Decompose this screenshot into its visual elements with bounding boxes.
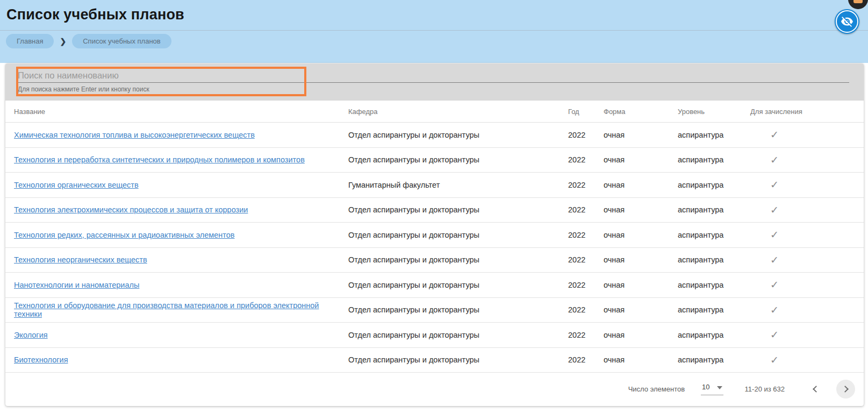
page-title: Список учебных планов [6,6,184,23]
year-cell: 2022 [568,355,604,364]
column-header-name: Название [14,108,348,116]
check-icon: ✓ [750,154,799,166]
form-cell: очная [604,205,678,214]
chat-avatar-button[interactable] [848,0,868,9]
check-icon: ✓ [750,354,799,366]
dropdown-caret-icon [717,386,722,389]
plan-link[interactable]: Экология [14,331,48,339]
header-divider [0,30,868,31]
plan-link[interactable]: Химическая технология топлива и высокоэн… [14,131,255,139]
breadcrumb: Главная ❯ Список учебных планов [6,34,171,48]
page-size-select[interactable]: 10 [701,383,723,395]
level-cell: аспирантура [678,131,750,139]
table-row: Химическая технология топлива и высокоэн… [5,123,864,148]
form-cell: очная [604,131,678,139]
level-cell: аспирантура [678,181,750,189]
previous-page-button[interactable] [809,383,822,396]
next-page-button[interactable] [836,380,855,398]
table-row: Технология и оборудование для производст… [5,298,864,323]
year-cell: 2022 [568,255,604,264]
check-icon: ✓ [750,254,799,266]
department-cell: Отдел аспирантуры и докторантуры [348,305,568,314]
visibility-toggle-button[interactable] [835,9,859,34]
search-bar: Для поиска нажмите Enter или кнопку поис… [5,63,864,101]
breadcrumb-current[interactable]: Список учебных планов [72,34,171,48]
column-header-year: Год [568,108,604,116]
form-cell: очная [604,281,678,289]
breadcrumb-chevron-icon: ❯ [60,37,66,46]
range-label: 11-20 из 632 [745,385,785,393]
department-cell: Отдел аспирантуры и докторантуры [348,205,568,214]
table-row: Технология и переработка синтетических и… [5,148,864,173]
department-cell: Отдел аспирантуры и докторантуры [348,155,568,164]
year-cell: 2022 [568,331,604,339]
table-row: Технология электрохимических процессов и… [5,198,864,223]
table-row: Нанотехнологии и наноматериалы Отдел асп… [5,273,864,298]
level-cell: аспирантура [678,305,750,314]
study-plans-card: Для поиска нажмите Enter или кнопку поис… [5,63,864,406]
items-per-page-label: Число элементов [628,385,685,393]
table-row: Технология редких, рассеянных и радиоакт… [5,223,864,248]
plan-link[interactable]: Технология неорганических веществ [14,255,147,264]
form-cell: очная [604,231,678,239]
form-cell: очная [604,255,678,264]
column-header-level: Уровень [678,108,750,116]
plan-link[interactable]: Биотехнология [14,355,68,364]
form-cell: очная [604,181,678,189]
year-cell: 2022 [568,205,604,214]
level-cell: аспирантура [678,355,750,364]
check-icon: ✓ [750,179,799,191]
column-header-form: Форма [604,108,678,116]
table-body: Химическая технология топлива и высокоэн… [5,123,864,373]
check-icon: ✓ [750,279,799,291]
department-cell: Отдел аспирантуры и докторантуры [348,355,568,364]
form-cell: очная [604,355,678,364]
plan-link[interactable]: Технология электрохимических процессов и… [14,205,248,214]
search-input[interactable] [18,68,849,83]
page-header: Список учебных планов Главная ❯ Список у… [0,0,868,63]
department-cell: Отдел аспирантуры и докторантуры [348,231,568,239]
column-header-enrollment: Для зачисления [750,108,864,116]
chevron-left-icon [813,386,820,393]
table-row: Экология Отдел аспирантуры и докторантур… [5,323,864,348]
plan-link[interactable]: Технология и оборудование для производст… [14,301,319,318]
department-cell: Гуманитарный факультет [348,181,568,189]
year-cell: 2022 [568,281,604,289]
search-hint: Для поиска нажмите Enter или кнопку поис… [18,86,149,93]
year-cell: 2022 [568,155,604,164]
column-header-department: Кафедра [348,108,568,116]
year-cell: 2022 [568,181,604,189]
department-cell: Отдел аспирантуры и докторантуры [348,131,568,139]
form-cell: очная [604,331,678,339]
plan-link[interactable]: Технология органических веществ [14,181,139,189]
page-size-value: 10 [702,383,709,391]
level-cell: аспирантура [678,155,750,164]
plan-link[interactable]: Технология и переработка синтетических и… [14,155,305,164]
check-icon: ✓ [750,129,799,141]
chevron-right-icon [842,386,849,393]
year-cell: 2022 [568,305,604,314]
year-cell: 2022 [568,131,604,139]
level-cell: аспирантура [678,255,750,264]
check-icon: ✓ [750,304,799,316]
table-row: Биотехнология Отдел аспирантуры и доктор… [5,348,864,373]
pagination-bar: Число элементов 10 11-20 из 632 [5,373,864,405]
level-cell: аспирантура [678,281,750,289]
check-icon: ✓ [750,229,799,241]
level-cell: аспирантура [678,205,750,214]
department-cell: Отдел аспирантуры и докторантуры [348,331,568,339]
plan-link[interactable]: Технология редких, рассеянных и радиоакт… [14,231,235,239]
table-header-row: Название Кафедра Год Форма Уровень Для з… [5,101,864,123]
level-cell: аспирантура [678,331,750,339]
table-row: Технология органических веществ Гуманита… [5,173,864,198]
year-cell: 2022 [568,231,604,239]
check-icon: ✓ [750,204,799,216]
breadcrumb-home[interactable]: Главная [6,34,54,48]
table-row: Технология неорганических веществ Отдел … [5,248,864,273]
check-icon: ✓ [750,329,799,341]
form-cell: очная [604,155,678,164]
department-cell: Отдел аспирантуры и докторантуры [348,255,568,264]
eye-off-icon [841,15,853,28]
level-cell: аспирантура [678,231,750,239]
plan-link[interactable]: Нанотехнологии и наноматериалы [14,281,139,289]
